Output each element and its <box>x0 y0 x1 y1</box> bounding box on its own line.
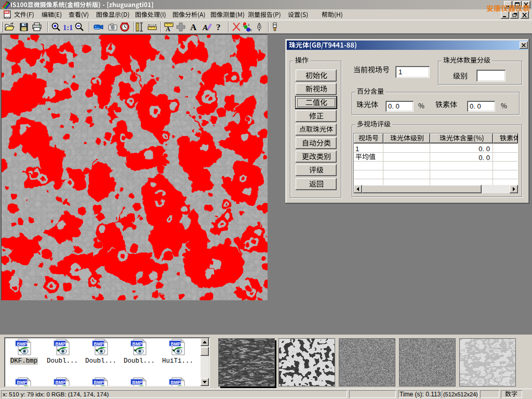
svg-text:BMP: BMP <box>56 341 65 347</box>
svg-text:A: A <box>190 22 197 32</box>
svg-text:BMP: BMP <box>171 380 181 385</box>
svg-text:1:1: 1:1 <box>63 23 73 32</box>
svg-text:BMP: BMP <box>17 380 27 385</box>
svg-text:3: 3 <box>250 29 252 32</box>
svg-text:BMP: BMP <box>94 380 104 385</box>
svg-text:DOC: DOC <box>5 11 10 14</box>
svg-text:2: 2 <box>248 23 250 26</box>
svg-text:BMP: BMP <box>171 341 181 347</box>
svg-text:BMP: BMP <box>17 341 27 347</box>
svg-text:BMP: BMP <box>132 341 142 347</box>
svg-text:A: A <box>166 25 170 33</box>
svg-text:A: A <box>202 23 208 32</box>
svg-text:?: ? <box>216 22 221 32</box>
svg-text:BMP: BMP <box>94 341 104 347</box>
svg-text:BMP: BMP <box>56 380 65 385</box>
svg-text:BMP: BMP <box>132 380 142 385</box>
